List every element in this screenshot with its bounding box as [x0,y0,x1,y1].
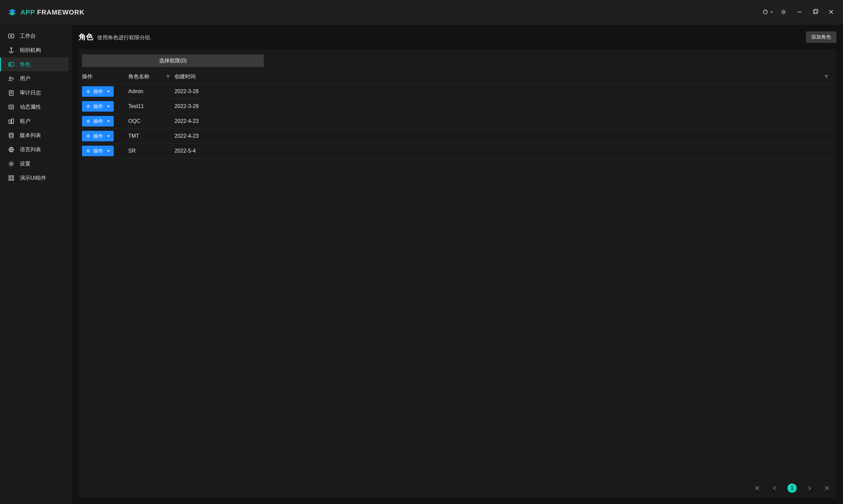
pager-first-button[interactable] [753,484,762,493]
titlebar-controls [764,8,835,17]
row-action-button[interactable]: 操作 [82,131,114,141]
chevron-down-icon [107,106,110,107]
sidebar-item-label: 动态属性 [20,104,41,111]
gear-icon [86,104,90,109]
page-title: 角色 [79,32,93,42]
window-close-button[interactable] [827,8,835,17]
row-action-button[interactable]: 操作 [82,86,114,97]
permission-filter-dropdown[interactable]: 选择权限(0) [82,54,264,67]
theme-toggle-button[interactable] [779,8,788,17]
brand: APP FRAMEWORK [8,8,85,17]
sidebar-item-dynprops[interactable]: 动态属性 [0,100,69,114]
sidebar-item-versions[interactable]: 版本列表 [0,128,69,142]
row-action-button[interactable]: 操作 [82,101,114,112]
pager-current-page[interactable]: 1 [788,484,797,493]
table-header-row: 操作 角色名称 创建时间 [82,70,833,84]
sidebar-item-demo[interactable]: 演示UI组件 [0,171,69,185]
buildings-icon [8,118,15,125]
window-minimize-button[interactable] [795,8,803,17]
column-name-label: 角色名称 [128,73,150,80]
cell-role-name: Admin [128,89,175,94]
sidebar-item-tenants[interactable]: 租户 [0,114,69,128]
database-icon [8,132,15,139]
chevron-down-icon [107,150,110,152]
cell-created: 2022-4-23 [175,133,833,139]
sidebar-item-label: 组织机构 [20,47,41,54]
chevron-down-icon [107,121,110,122]
chevron-down-icon [107,91,110,92]
page-subtitle: 使用角色进行权限分组. [97,34,151,41]
pager-last-button[interactable] [822,484,831,493]
sun-icon [780,9,787,16]
row-action-label: 操作 [93,133,103,139]
brand-rest-text: FRAMEWORK [37,8,84,16]
titlebar: APP FRAMEWORK [0,0,843,25]
minimize-icon [796,9,802,16]
id-card-icon [8,61,15,68]
filter-created-icon[interactable] [824,74,829,79]
sidebar-item-audit[interactable]: 审计日志 [0,86,69,100]
sidebar-item-label: 用户 [20,75,30,82]
row-action-label: 操作 [93,89,103,95]
cell-role-name: OQC [128,118,175,124]
pagination: 1 [79,479,837,498]
table-row: 操作OQC2022-4-23 [82,114,833,129]
gear-icon [8,161,15,167]
sidebar-item-users[interactable]: 用户 [0,72,69,86]
gear-icon [86,134,90,138]
column-name-header: 角色名称 [128,73,175,80]
add-role-button[interactable]: 添加角色 [806,31,837,43]
window-maximize-button[interactable] [811,8,819,17]
sidebar-item-label: 版本列表 [20,132,41,139]
sidebar-item-label: 设置 [20,161,30,167]
column-created-header: 创建时间 [175,73,833,80]
pager-next-button[interactable] [805,484,814,493]
panel: 选择权限(0) 操作 角色名称 创建时间 操作Admin2022-3-2 [79,49,837,498]
role-table: 操作 角色名称 创建时间 操作Admin2022-3-28操作Test11202… [82,70,833,478]
row-action-button[interactable]: 操作 [82,146,114,156]
globe-icon [8,146,15,153]
sidebar-item-roles[interactable]: 角色 [0,57,69,71]
row-action-label: 操作 [93,118,103,125]
row-action-button[interactable]: 操作 [82,116,114,126]
cell-created: 2022-3-29 [175,103,833,109]
dashboard-icon [8,33,15,39]
clipboard-icon [8,90,15,96]
table-row: 操作TMT2022-4-23 [82,129,833,144]
content-area: 角色 使用角色进行权限分组. 添加角色 选择权限(0) 操作 角色名称 [72,25,843,504]
cell-role-name: Test11 [128,103,175,109]
pager-prev-button[interactable] [770,484,779,493]
sidebar-item-org[interactable]: 组织机构 [0,43,69,57]
gear-icon [86,89,90,94]
sidebar-item-label: 工作台 [20,33,36,40]
filter-name-icon[interactable] [165,74,171,79]
chevron-down-icon [107,136,110,137]
cell-created: 2022-4-23 [175,118,833,124]
sidebar: 工作台组织机构角色用户审计日志动态属性租户版本列表语言列表设置演示UI组件 [0,25,72,504]
content-header: 角色 使用角色进行权限分组. 添加角色 [72,25,843,49]
sidebar-item-label: 角色 [20,61,30,68]
sidebar-item-label: 审计日志 [20,90,41,96]
row-action-label: 操作 [93,148,103,154]
grid-icon [8,175,15,181]
sidebar-item-settings[interactable]: 设置 [0,157,69,171]
chevron-down-icon [770,12,773,13]
brand-accent-text: APP [20,8,35,16]
palette-icon [762,9,768,16]
sidebar-item-languages[interactable]: 语言列表 [0,143,69,157]
table-row: 操作Admin2022-3-28 [82,84,833,99]
cell-role-name: TMT [128,133,175,139]
column-created-label: 创建时间 [175,73,196,80]
table-row: 操作SR2022-5-4 [82,144,833,159]
anchor-icon [8,47,15,54]
cell-role-name: SR [128,148,175,154]
sidebar-item-dashboard[interactable]: 工作台 [0,29,69,43]
close-icon [828,9,834,16]
column-op-header: 操作 [82,73,128,80]
maximize-icon [812,9,818,16]
language-button[interactable] [764,8,772,17]
gear-icon [86,149,90,153]
list-icon [8,104,15,110]
row-action-label: 操作 [93,103,103,110]
sidebar-item-label: 语言列表 [20,146,41,153]
